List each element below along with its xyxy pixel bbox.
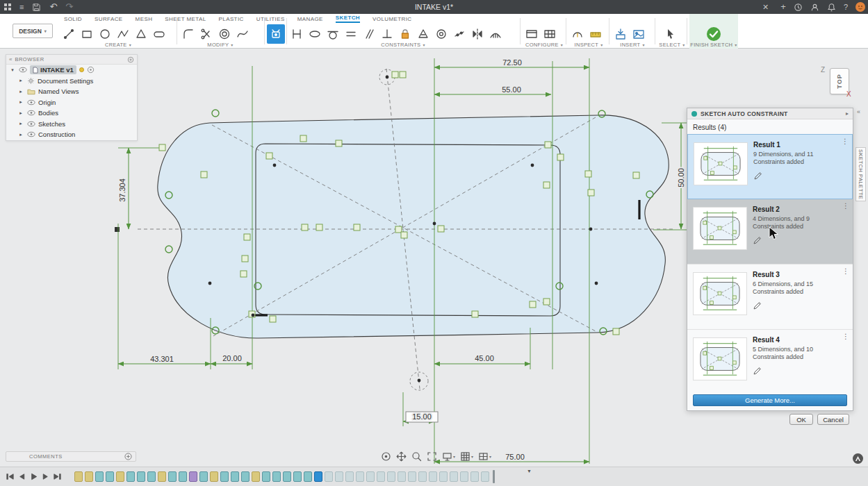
timeline-item-plane[interactable] — [116, 471, 124, 482]
timeline-item-dim[interactable] — [418, 471, 427, 482]
job-status-icon[interactable] — [794, 3, 803, 12]
timeline-item-dim[interactable] — [450, 471, 458, 482]
browser-item-origin[interactable]: ▸ Origin — [6, 97, 137, 108]
timeline-item-sketch[interactable] — [147, 471, 156, 482]
modify-group-label[interactable]: MODIFY▾ — [179, 41, 261, 49]
timeline-item-plane[interactable] — [85, 471, 93, 482]
timeline-item-sketch[interactable] — [199, 471, 208, 482]
timeline-go-end-icon[interactable] — [53, 472, 62, 481]
select-group-label[interactable]: SELECT▾ — [657, 41, 687, 49]
edit-pencil-icon[interactable] — [753, 301, 762, 310]
autodesk-assistant-icon[interactable] — [853, 453, 863, 464]
tree-collapsed-icon[interactable]: ▸ — [17, 110, 24, 116]
browser-collapse-icon[interactable]: « — [9, 56, 12, 62]
timeline-item-plane[interactable] — [158, 471, 166, 482]
timeline-item-dim[interactable] — [439, 471, 448, 482]
timeline-item-sketch[interactable] — [126, 471, 135, 482]
design-workspace-dropdown[interactable]: DESIGN▾ — [13, 24, 53, 38]
browser-item-bodies[interactable]: ▸ Bodies — [6, 108, 137, 119]
timeline-play-icon[interactable] — [29, 472, 38, 481]
timeline-scroll-marker-icon[interactable]: ▼ — [527, 469, 532, 474]
tree-collapsed-icon[interactable]: ▸ — [17, 132, 24, 137]
timeline-item-dim[interactable] — [429, 471, 437, 482]
timeline-item-sketch[interactable] — [95, 471, 104, 482]
auto-constraint-panel-header[interactable]: SKETCH AUTO CONSTRAINT ▸ — [687, 108, 853, 119]
fit-view-icon[interactable] — [427, 451, 437, 462]
tree-expand-icon[interactable]: ▾ — [9, 67, 16, 73]
ground-target-icon[interactable] — [87, 66, 95, 74]
timeline-item-sketch[interactable] — [179, 471, 187, 482]
result-menu-icon[interactable]: ⋮ — [842, 267, 849, 275]
timeline-item-dim[interactable] — [460, 471, 468, 482]
tree-collapsed-icon[interactable]: ▸ — [17, 78, 24, 83]
dim-45-00[interactable]: 45.00 — [475, 354, 494, 362]
result-card[interactable]: Result 2 4 Dimensions, and 9 Constraints… — [687, 199, 853, 265]
browser-options-icon[interactable] — [127, 56, 134, 63]
collaboration-icon[interactable] — [810, 3, 819, 12]
visibility-eye-icon[interactable] — [27, 131, 35, 137]
browser-root-row[interactable]: ▾ INTAKE v1 — [6, 65, 137, 76]
viewcube-face-label[interactable]: TOP — [836, 74, 843, 88]
timeline-item-sketch[interactable] — [137, 471, 145, 482]
timeline-step-forward-icon[interactable] — [41, 472, 50, 481]
timeline-item-plane[interactable] — [252, 471, 260, 482]
timeline-item-purple[interactable] — [189, 471, 197, 482]
viewports-icon[interactable]: ▾ — [478, 451, 491, 462]
orbit-icon[interactable] — [381, 451, 391, 462]
comments-bar[interactable]: COMMENTS — [6, 451, 136, 462]
user-avatar[interactable] — [855, 2, 865, 12]
add-comment-icon[interactable] — [124, 453, 132, 460]
browser-item-sketches[interactable]: ▸ Sketches — [6, 119, 137, 130]
sketch-palette-tab[interactable]: SKETCH PALETTE — [855, 147, 866, 201]
dim-20-00[interactable]: 20.00 — [222, 354, 242, 362]
new-tab-icon[interactable]: + — [780, 0, 786, 14]
browser-item-construction[interactable]: ▸ Construction — [6, 129, 137, 140]
dim-15-00[interactable]: 15.00 — [412, 412, 432, 421]
cancel-button[interactable]: Cancel — [817, 414, 849, 425]
timeline-item-sketch[interactable] — [293, 471, 302, 482]
grid-snap-icon[interactable]: ▾ — [460, 451, 473, 462]
timeline-item-dim[interactable] — [470, 471, 479, 482]
result-menu-icon[interactable]: ⋮ — [842, 333, 849, 340]
auto-constrain-active-tool-icon[interactable] — [267, 24, 285, 44]
timeline-step-back-icon[interactable] — [17, 472, 26, 481]
dim-43-301[interactable]: 43.301 — [150, 355, 174, 363]
result-card[interactable]: Result 4 5 Dimensions, and 10 Constraint… — [687, 330, 853, 391]
result-menu-icon[interactable]: ⋮ — [842, 202, 849, 210]
dim-37-304[interactable]: 37.304 — [118, 178, 126, 202]
finish-sketch-group-label[interactable]: FINISH SKETCH▾ — [689, 41, 738, 49]
pan-icon[interactable] — [396, 451, 407, 462]
timeline-item-sketch[interactable] — [106, 471, 114, 482]
timeline-item-dim[interactable] — [356, 471, 364, 482]
timeline-item-dim[interactable] — [408, 471, 416, 482]
visibility-eye-icon[interactable] — [19, 67, 27, 73]
result-card[interactable]: Result 3 6 Dimensions, and 15 Constraint… — [687, 265, 853, 330]
visibility-eye-icon[interactable] — [27, 110, 35, 116]
tree-collapsed-icon[interactable]: ▸ — [17, 89, 24, 94]
timeline-item-dim[interactable] — [366, 471, 375, 482]
browser-item-document-settings[interactable]: ▸ Document Settings — [6, 76, 137, 87]
timeline-item-plane[interactable] — [210, 471, 218, 482]
display-settings-icon[interactable]: ▾ — [442, 451, 455, 462]
result-card[interactable]: Result 1 9 Dimensions, and 11 Constraint… — [687, 134, 853, 199]
close-document-icon[interactable]: ✕ — [762, 0, 769, 14]
tree-collapsed-icon[interactable]: ▸ — [17, 121, 24, 126]
dim-75-00[interactable]: 75.00 — [505, 453, 525, 461]
palette-collapse-icon[interactable]: « — [857, 108, 860, 115]
notifications-bell-icon[interactable] — [827, 3, 836, 12]
timeline-item-dim[interactable] — [398, 471, 406, 482]
timeline-item-active[interactable] — [314, 471, 322, 482]
ok-button[interactable]: OK — [789, 414, 813, 425]
generate-more-button[interactable]: Generate More... — [693, 394, 847, 406]
timeline-position-marker[interactable] — [493, 470, 495, 483]
timeline-item-sketch[interactable] — [262, 471, 270, 482]
tree-collapsed-icon[interactable]: ▸ — [17, 99, 24, 105]
timeline-go-start-icon[interactable] — [6, 472, 15, 481]
constraints-group-label[interactable]: CONSTRAINTS▾ — [288, 41, 518, 49]
edit-pencil-icon[interactable] — [753, 235, 762, 245]
panel-expand-icon[interactable]: ▸ — [846, 110, 849, 117]
timeline-item-dim[interactable] — [325, 471, 333, 482]
timeline-item-sketch[interactable] — [283, 471, 291, 482]
result-menu-icon[interactable]: ⋮ — [842, 137, 849, 145]
visibility-eye-icon[interactable] — [27, 121, 35, 127]
